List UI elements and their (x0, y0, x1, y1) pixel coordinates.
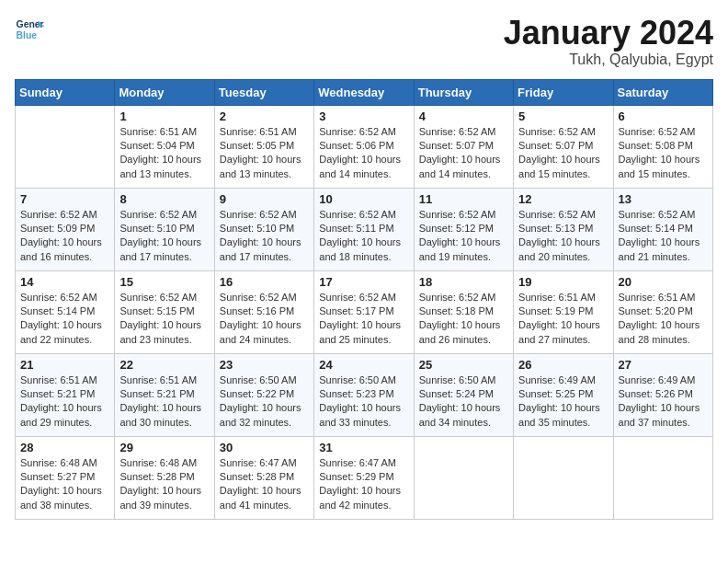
day-header-wednesday: Wednesday (314, 79, 414, 105)
day-number: 27 (619, 358, 708, 372)
week-row-4: 21Sunrise: 6:51 AMSunset: 5:21 PMDayligh… (16, 353, 713, 436)
day-cell: 25Sunrise: 6:50 AMSunset: 5:24 PMDayligh… (414, 353, 513, 436)
day-cell: 28Sunrise: 6:48 AMSunset: 5:27 PMDayligh… (16, 436, 115, 519)
day-number: 11 (419, 192, 508, 206)
day-number: 21 (20, 358, 109, 372)
day-number: 2 (220, 109, 309, 123)
day-number: 6 (619, 109, 708, 123)
day-info: Sunrise: 6:52 AMSunset: 5:15 PMDaylight:… (119, 291, 209, 348)
day-info: Sunrise: 6:52 AMSunset: 5:18 PMDaylight:… (419, 291, 508, 348)
day-cell: 17Sunrise: 6:52 AMSunset: 5:17 PMDayligh… (314, 270, 414, 353)
day-info: Sunrise: 6:48 AMSunset: 5:27 PMDaylight:… (20, 456, 109, 513)
day-cell: 7Sunrise: 6:52 AMSunset: 5:09 PMDaylight… (16, 188, 115, 270)
day-number: 29 (119, 441, 209, 454)
day-cell: 30Sunrise: 6:47 AMSunset: 5:28 PMDayligh… (214, 436, 313, 519)
day-number: 20 (619, 275, 708, 289)
day-info: Sunrise: 6:47 AMSunset: 5:28 PMDaylight:… (220, 456, 309, 513)
day-header-saturday: Saturday (613, 79, 712, 105)
day-cell: 12Sunrise: 6:52 AMSunset: 5:13 PMDayligh… (514, 188, 613, 270)
day-info: Sunrise: 6:50 AMSunset: 5:23 PMDaylight:… (319, 373, 408, 431)
logo-icon: General Blue (15, 15, 44, 44)
calendar-table: SundayMondayTuesdayWednesdayThursdayFrid… (15, 79, 713, 520)
day-header-sunday: Sunday (16, 79, 115, 105)
day-info: Sunrise: 6:51 AMSunset: 5:20 PMDaylight:… (619, 291, 708, 348)
day-cell: 19Sunrise: 6:51 AMSunset: 5:19 PMDayligh… (514, 270, 613, 353)
day-cell: 11Sunrise: 6:52 AMSunset: 5:12 PMDayligh… (414, 188, 513, 270)
day-number: 8 (119, 192, 209, 206)
day-info: Sunrise: 6:52 AMSunset: 5:10 PMDaylight:… (119, 208, 209, 265)
day-cell: 5Sunrise: 6:52 AMSunset: 5:07 PMDaylight… (514, 105, 613, 188)
day-number: 30 (220, 441, 309, 454)
day-number: 22 (119, 358, 209, 372)
day-cell: 23Sunrise: 6:50 AMSunset: 5:22 PMDayligh… (214, 353, 313, 436)
day-cell: 24Sunrise: 6:50 AMSunset: 5:23 PMDayligh… (314, 353, 414, 436)
day-cell: 29Sunrise: 6:48 AMSunset: 5:28 PMDayligh… (115, 436, 214, 519)
day-number: 9 (220, 192, 309, 206)
day-header-monday: Monday (115, 79, 214, 105)
day-info: Sunrise: 6:49 AMSunset: 5:26 PMDaylight:… (619, 373, 708, 431)
day-cell: 2Sunrise: 6:51 AMSunset: 5:05 PMDaylight… (214, 105, 313, 188)
month-title: January 2024 (504, 15, 713, 52)
day-info: Sunrise: 6:51 AMSunset: 5:04 PMDaylight:… (119, 125, 209, 182)
day-info: Sunrise: 6:51 AMSunset: 5:21 PMDaylight:… (119, 373, 209, 431)
day-info: Sunrise: 6:51 AMSunset: 5:21 PMDaylight:… (20, 373, 109, 431)
day-cell: 20Sunrise: 6:51 AMSunset: 5:20 PMDayligh… (613, 270, 712, 353)
day-number: 28 (20, 441, 109, 454)
day-cell: 31Sunrise: 6:47 AMSunset: 5:29 PMDayligh… (314, 436, 414, 519)
day-cell: 4Sunrise: 6:52 AMSunset: 5:07 PMDaylight… (414, 105, 513, 188)
day-header-friday: Friday (514, 79, 613, 105)
svg-text:Blue: Blue (17, 30, 38, 40)
day-info: Sunrise: 6:52 AMSunset: 5:14 PMDaylight:… (20, 291, 109, 348)
day-number: 31 (319, 441, 408, 454)
day-number: 12 (518, 192, 608, 206)
day-info: Sunrise: 6:52 AMSunset: 5:06 PMDaylight:… (319, 125, 408, 182)
day-info: Sunrise: 6:52 AMSunset: 5:09 PMDaylight:… (20, 208, 109, 265)
day-info: Sunrise: 6:51 AMSunset: 5:19 PMDaylight:… (518, 291, 608, 348)
day-info: Sunrise: 6:52 AMSunset: 5:07 PMDaylight:… (419, 125, 508, 182)
day-header-tuesday: Tuesday (214, 79, 313, 105)
day-cell: 15Sunrise: 6:52 AMSunset: 5:15 PMDayligh… (115, 270, 214, 353)
day-header-thursday: Thursday (414, 79, 513, 105)
day-info: Sunrise: 6:47 AMSunset: 5:29 PMDaylight:… (319, 456, 408, 513)
week-row-2: 7Sunrise: 6:52 AMSunset: 5:09 PMDaylight… (16, 188, 713, 270)
day-cell: 9Sunrise: 6:52 AMSunset: 5:10 PMDaylight… (214, 188, 313, 270)
day-number: 15 (119, 275, 209, 289)
day-number: 19 (518, 275, 608, 289)
page-header: General Blue January 2024 Tukh, Qalyubia… (15, 15, 713, 68)
week-row-5: 28Sunrise: 6:48 AMSunset: 5:27 PMDayligh… (16, 436, 713, 519)
day-info: Sunrise: 6:49 AMSunset: 5:25 PMDaylight:… (518, 373, 608, 431)
day-cell: 26Sunrise: 6:49 AMSunset: 5:25 PMDayligh… (514, 353, 613, 436)
day-number: 26 (518, 358, 608, 372)
day-number: 17 (319, 275, 408, 289)
day-info: Sunrise: 6:48 AMSunset: 5:28 PMDaylight:… (119, 456, 209, 513)
day-info: Sunrise: 6:52 AMSunset: 5:11 PMDaylight:… (319, 208, 408, 265)
day-info: Sunrise: 6:50 AMSunset: 5:24 PMDaylight:… (419, 373, 508, 431)
day-info: Sunrise: 6:52 AMSunset: 5:13 PMDaylight:… (518, 208, 608, 265)
day-number: 24 (319, 358, 408, 372)
day-number: 25 (419, 358, 508, 372)
day-number: 3 (319, 109, 408, 123)
location-title: Tukh, Qalyubia, Egypt (504, 52, 713, 68)
day-cell: 22Sunrise: 6:51 AMSunset: 5:21 PMDayligh… (115, 353, 214, 436)
day-number: 13 (619, 192, 708, 206)
day-number: 14 (20, 275, 109, 289)
day-cell (514, 436, 613, 519)
day-info: Sunrise: 6:50 AMSunset: 5:22 PMDaylight:… (220, 373, 309, 431)
day-number: 10 (319, 192, 408, 206)
day-cell: 21Sunrise: 6:51 AMSunset: 5:21 PMDayligh… (16, 353, 115, 436)
day-info: Sunrise: 6:51 AMSunset: 5:05 PMDaylight:… (220, 125, 309, 182)
day-cell: 14Sunrise: 6:52 AMSunset: 5:14 PMDayligh… (16, 270, 115, 353)
day-info: Sunrise: 6:52 AMSunset: 5:14 PMDaylight:… (619, 208, 708, 265)
week-row-3: 14Sunrise: 6:52 AMSunset: 5:14 PMDayligh… (16, 270, 713, 353)
day-number: 5 (518, 109, 608, 123)
day-cell: 1Sunrise: 6:51 AMSunset: 5:04 PMDaylight… (115, 105, 214, 188)
day-info: Sunrise: 6:52 AMSunset: 5:12 PMDaylight:… (419, 208, 508, 265)
day-info: Sunrise: 6:52 AMSunset: 5:17 PMDaylight:… (319, 291, 408, 348)
week-row-1: 1Sunrise: 6:51 AMSunset: 5:04 PMDaylight… (16, 105, 713, 188)
title-block: January 2024 Tukh, Qalyubia, Egypt (504, 15, 713, 68)
day-number: 18 (419, 275, 508, 289)
day-cell: 18Sunrise: 6:52 AMSunset: 5:18 PMDayligh… (414, 270, 513, 353)
day-number: 1 (119, 109, 209, 123)
day-number: 23 (220, 358, 309, 372)
day-cell (414, 436, 513, 519)
